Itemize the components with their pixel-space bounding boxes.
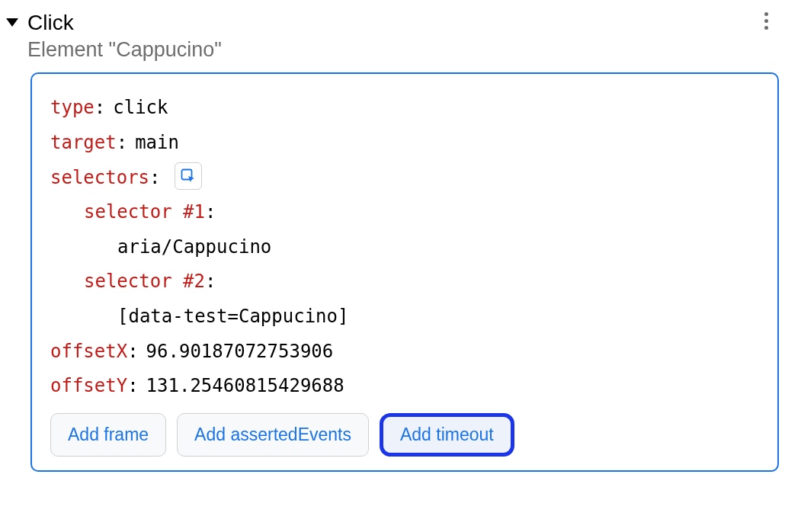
step-header: Click Element "Cappucino" xyxy=(6,6,779,69)
selector-2-label: selector #2 xyxy=(84,264,205,300)
field-key-selectors: selectors xyxy=(50,161,149,196)
field-value-offsetx: 96.90187072753906 xyxy=(146,335,334,370)
field-offsetx[interactable]: offsetX: 96.90187072753906 xyxy=(50,335,759,370)
selector-2-value-row[interactable]: [data-test=Cappucino] xyxy=(50,300,759,335)
more-menu-icon[interactable] xyxy=(761,9,771,33)
field-type[interactable]: type: click xyxy=(50,91,759,126)
step-container: Click Element "Cappucino" type: click ta… xyxy=(6,6,779,472)
field-selectors: selectors: xyxy=(50,161,759,196)
field-key-type: type xyxy=(50,91,95,126)
field-value-offsety: 131.25460815429688 xyxy=(146,369,344,404)
add-frame-button[interactable]: Add frame xyxy=(50,413,166,457)
field-offsety[interactable]: offsetY: 131.25460815429688 xyxy=(50,369,759,404)
field-target[interactable]: target: main xyxy=(50,126,759,161)
selector-1-label-row[interactable]: selector #1: xyxy=(50,195,759,230)
field-key-target: target xyxy=(50,126,117,161)
step-subtitle: Element "Cappucino" xyxy=(27,37,222,63)
field-key-offsetx: offsetX xyxy=(50,335,127,370)
selector-1-label: selector #1 xyxy=(84,195,205,230)
field-key-offsety: offsetY xyxy=(50,369,127,404)
selector-2-value: [data-test=Cappucino] xyxy=(117,300,348,335)
selector-1-value: aria/Cappucino xyxy=(117,230,271,265)
field-value-type: click xyxy=(113,91,168,126)
selector-1-value-row[interactable]: aria/Cappucino xyxy=(50,230,759,265)
collapse-toggle-icon[interactable] xyxy=(6,18,18,27)
selector-2-label-row[interactable]: selector #2: xyxy=(50,264,759,300)
step-title: Click xyxy=(27,9,222,37)
step-body: type: click target: main selectors: sele… xyxy=(30,72,779,471)
step-titles: Click Element "Cappucino" xyxy=(27,9,222,63)
add-asserted-events-button[interactable]: Add assertedEvents xyxy=(177,413,369,457)
add-timeout-button[interactable]: Add timeout xyxy=(380,413,514,457)
field-value-target: main xyxy=(135,126,179,161)
select-element-icon[interactable] xyxy=(175,162,202,190)
button-row: Add frame Add assertedEvents Add timeout xyxy=(50,413,759,457)
